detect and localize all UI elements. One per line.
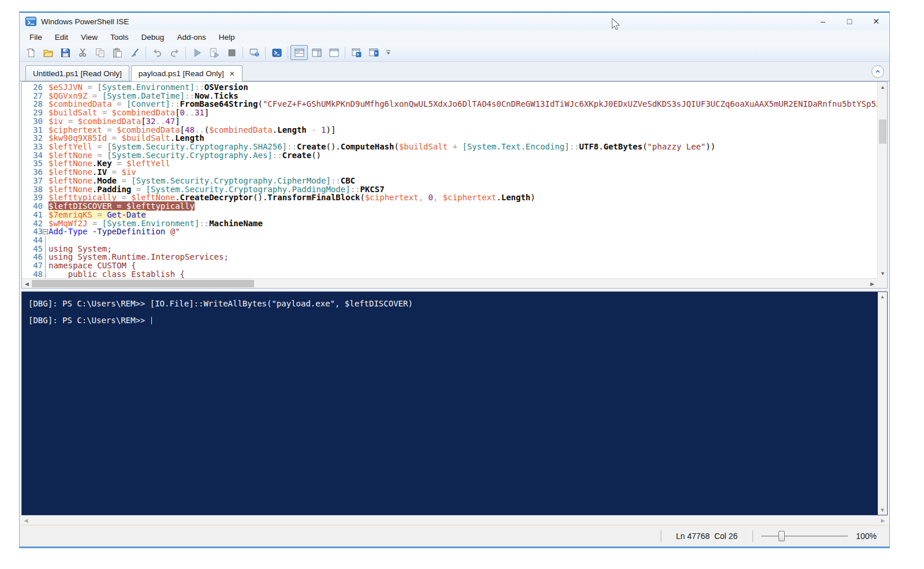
show-script-pane-right-button[interactable] [308,45,325,60]
line-col-indicator: Ln 47768 Col 26 [676,531,738,541]
code-line-32: 32$kw90q9X85Id = $buildSalt.Length [22,134,877,143]
new-remote-powershell-tab-button[interactable] [245,45,263,60]
scroll-down-arrow-icon[interactable]: ▼ [878,506,887,515]
code-text [48,236,49,245]
menu-file[interactable]: File [23,31,49,43]
line-number: 40 [22,202,43,211]
zoom-level: 100% [856,531,877,541]
powershell-ise-window: Windows PowerShell ISE – □ ✕ FileEditVie… [19,12,890,548]
code-line-27: 27$QGVxn9Z = [System.DateTime]::Now.Tick… [22,92,877,100]
clear-console-pane-button[interactable] [126,45,143,60]
show-command-addon-button[interactable] [365,45,382,60]
line-number: 36 [22,168,43,177]
collapse-script-pane-button[interactable] [871,65,884,78]
minimize-button[interactable]: – [810,13,836,30]
show-command-window-button[interactable] [348,45,365,60]
console-line: [DBG]: PS C:\Users\REM>> [28,316,877,325]
menu-edit[interactable]: Edit [49,31,74,43]
new-script-icon [26,48,36,58]
code-text: $leftNone.Key = $leftYell [48,159,170,168]
resize-grip[interactable] [885,526,889,546]
fold-margin [43,159,48,168]
cut-icon [78,48,88,58]
fold-margin [43,168,48,177]
menu-help[interactable]: Help [213,31,241,43]
close-tab-icon[interactable]: ✕ [229,70,235,78]
show-script-pane-maximized-icon [329,48,339,58]
close-button[interactable]: ✕ [863,13,889,30]
copy-button[interactable] [91,45,109,60]
code-line-42: 42$wMqWf2J = [System.Environment]::Machi… [22,219,877,228]
menu-debug[interactable]: Debug [135,31,171,43]
start-powershell-exe-button[interactable] [268,45,285,60]
cut-button[interactable] [74,45,91,60]
run-selection-button[interactable] [206,45,223,60]
scroll-left-arrow-icon[interactable]: ◀ [21,516,31,525]
toolbar-separator [265,47,266,59]
fold-toggle[interactable] [43,227,48,236]
line-number: 32 [22,134,43,143]
menu-add-ons[interactable]: Add-ons [170,31,212,43]
zoom-slider[interactable] [761,530,848,542]
redo-icon [170,48,180,58]
code-line-29: 29$buildSalt = $combinedData[0..31] [22,108,877,117]
scroll-left-arrow-icon[interactable]: ◀ [22,279,32,289]
open-script-button[interactable] [39,45,57,60]
code-text: $wMqWf2J = [System.Environment]::Machine… [48,219,263,228]
code-line-44: 44 [22,236,877,245]
zoom-slider-thumb[interactable] [778,531,785,541]
stop-operation-button[interactable] [223,45,240,60]
show-script-pane-maximized-button[interactable] [325,45,342,60]
line-number: 35 [22,159,43,168]
redo-button[interactable] [166,45,183,60]
code-line-28: 28$combinedData = [Convert]::FromBase64S… [22,100,877,108]
console[interactable]: [DBG]: PS C:\Users\REM>> [IO.File]::Writ… [22,292,877,515]
console-horizontal-scrollbar[interactable]: ◀ ▶ [21,516,888,525]
show-script-pane-top-button[interactable] [290,45,308,60]
editor-vertical-scrollbar[interactable]: ▲ ▼ [877,82,887,278]
zoom-slider-track[interactable] [761,536,848,537]
code-line-30: 30$iv = $combinedData[32..47] [22,117,877,126]
fold-margin [43,219,48,228]
title-bar[interactable]: Windows PowerShell ISE – □ ✕ [20,13,889,30]
script-editor[interactable]: 26$eSJJVN = [System.Environment]::OSVers… [22,82,877,278]
tab-Untitled1.ps1[interactable]: Untitled1.ps1 [Read Only] [25,65,129,81]
line-number: 46 [22,253,43,261]
scroll-up-arrow-icon[interactable]: ▲ [878,292,887,301]
new-script-button[interactable] [22,45,39,60]
editor-horizontal-scrollbar[interactable]: ◀ ▶ [22,278,877,288]
code-text: $leftNone.Padding = [System.Security.Cry… [48,185,385,194]
current-debug-line-highlight: $7emriqKS = Get-Date [49,210,146,219]
paste-button[interactable] [109,45,126,60]
scroll-up-arrow-icon[interactable]: ▲ [878,82,888,92]
save-button[interactable] [57,45,74,60]
show-script-pane-right-icon [312,48,322,58]
tab-payload.ps1[interactable]: payload.ps1 [Read Only]✕ [131,65,243,81]
fold-margin [43,253,48,261]
scroll-right-arrow-icon[interactable]: ▶ [878,516,888,525]
editor-hscroll-thumb[interactable] [32,280,254,287]
fold-margin [43,143,48,151]
maximize-button[interactable]: □ [836,13,863,30]
menu-tools[interactable]: Tools [104,31,135,43]
console-vertical-scrollbar[interactable]: ▲ ▼ [878,292,887,515]
undo-icon [152,48,162,58]
toolbar-separator [146,47,146,59]
code-line-31: 31$ciphertext = $combinedData[48..($comb… [22,126,877,134]
scroll-down-arrow-icon[interactable]: ▼ [878,268,888,278]
run-script-button[interactable] [188,45,206,60]
clear-console-pane-icon [130,48,140,58]
code-text: $ciphertext = $combinedData[48..($combin… [48,126,336,134]
menu-view[interactable]: View [74,31,104,43]
toolbar-overflow-button[interactable] [383,45,393,60]
fold-margin [43,245,48,253]
fold-margin [43,177,48,185]
editor-vscroll-thumb[interactable] [879,119,886,144]
undo-button[interactable] [148,45,166,60]
show-script-pane-top-icon [295,48,304,58]
statusbar-separator [661,530,661,542]
scroll-right-arrow-icon[interactable]: ▶ [867,279,877,289]
collapse-region-icon[interactable] [43,229,48,234]
overflow-chevron-icon [386,50,391,55]
new-remote-powershell-tab-icon [249,48,259,58]
